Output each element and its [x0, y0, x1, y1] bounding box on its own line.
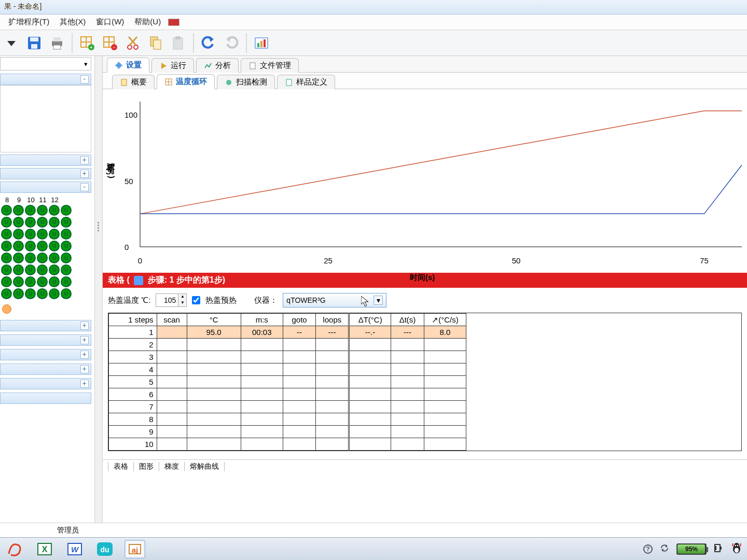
- well-cell[interactable]: U: [25, 241, 36, 251]
- expand-icon[interactable]: +: [80, 365, 89, 373]
- menu-help[interactable]: 帮助(U): [129, 17, 166, 27]
- btab-graphic[interactable]: 图形: [134, 462, 159, 471]
- well-cell[interactable]: U: [1, 253, 12, 263]
- well-cell[interactable]: U: [61, 241, 72, 251]
- table-row[interactable]: 10: [109, 438, 466, 451]
- project-dropdown[interactable]: ▾: [0, 57, 91, 71]
- tray-power-icon[interactable]: [714, 543, 723, 554]
- taskbar-app-du[interactable]: du: [94, 540, 115, 558]
- redo-button[interactable]: [222, 34, 241, 52]
- panel-c[interactable]: +: [0, 349, 91, 360]
- expand-icon[interactable]: +: [80, 170, 89, 178]
- taskbar-app-excel[interactable]: X: [34, 540, 55, 558]
- well-cell[interactable]: U: [13, 288, 24, 299]
- panel-3[interactable]: +: [0, 168, 91, 179]
- tray-penguin-icon[interactable]: [730, 542, 743, 556]
- subtab-scan-detect[interactable]: 扫描检测: [217, 75, 275, 89]
- tray-sync-icon[interactable]: [660, 543, 669, 554]
- well-cell[interactable]: U: [49, 229, 60, 240]
- well-cell[interactable]: U: [61, 229, 72, 240]
- well-cell[interactable]: U: [49, 276, 60, 287]
- collapse-icon[interactable]: -: [80, 183, 89, 191]
- instrument-combo[interactable]: qTOWER³G ▾: [283, 293, 386, 307]
- chart-button[interactable]: [252, 34, 271, 52]
- well-cell[interactable]: U: [37, 253, 48, 263]
- well-cell[interactable]: U: [49, 241, 60, 251]
- well-cell[interactable]: U: [13, 264, 24, 275]
- well-cell[interactable]: U: [37, 264, 48, 275]
- taskbar-app-current[interactable]: aj: [125, 540, 145, 558]
- well-cell[interactable]: U: [37, 276, 48, 287]
- well-cell[interactable]: U: [1, 217, 12, 228]
- tab-analyze[interactable]: 分析: [196, 58, 239, 73]
- well-cell[interactable]: U: [49, 253, 60, 263]
- panel-d[interactable]: +: [0, 363, 91, 375]
- well-cell[interactable]: U: [49, 288, 60, 299]
- expand-icon[interactable]: +: [80, 351, 89, 359]
- well-cell[interactable]: U: [61, 276, 72, 287]
- tray-battery[interactable]: 95%: [676, 543, 707, 555]
- well-cell[interactable]: U: [61, 217, 72, 228]
- cut-button[interactable]: [123, 34, 142, 52]
- btab-gradient[interactable]: 梯度: [159, 462, 185, 471]
- btab-melt[interactable]: 熔解曲线: [185, 462, 225, 471]
- well-cell[interactable]: U: [37, 217, 48, 228]
- table-row[interactable]: 8: [109, 413, 466, 426]
- table-row[interactable]: 9: [109, 426, 466, 438]
- table-row[interactable]: 5: [109, 376, 466, 388]
- tab-filemgr[interactable]: 文件管理: [241, 58, 299, 73]
- print-button[interactable]: [48, 34, 66, 52]
- expand-icon[interactable]: +: [80, 156, 89, 164]
- well-cell[interactable]: U: [25, 276, 36, 287]
- lid-temp-spinner[interactable]: ▲▼: [156, 293, 187, 307]
- lid-temp-input[interactable]: [156, 296, 178, 304]
- well-cell[interactable]: U: [37, 288, 48, 299]
- well-cell[interactable]: U: [25, 217, 36, 228]
- panel-a[interactable]: +: [0, 320, 91, 331]
- expand-icon[interactable]: +: [80, 380, 89, 388]
- tray-help-icon[interactable]: ?: [643, 544, 653, 554]
- well-cell[interactable]: U: [49, 217, 60, 228]
- table-row[interactable]: 195.000:03-------.----8.0: [109, 326, 466, 339]
- undo-button[interactable]: [199, 34, 218, 52]
- well-cell[interactable]: U: [1, 264, 12, 275]
- well-cell[interactable]: U: [1, 205, 12, 216]
- taskbar-app-word[interactable]: W: [64, 540, 85, 558]
- panel-2[interactable]: +: [0, 155, 91, 166]
- well-cell[interactable]: U: [61, 205, 72, 216]
- well-cell[interactable]: U: [61, 253, 72, 263]
- well-cell[interactable]: U: [61, 288, 72, 299]
- well-cell[interactable]: U: [25, 253, 36, 263]
- grid-remove-button[interactable]: -: [101, 34, 119, 52]
- subtab-temp-cycle[interactable]: 温度循环: [157, 74, 215, 89]
- btab-table[interactable]: 表格: [108, 462, 134, 471]
- panel-e[interactable]: +: [0, 378, 91, 389]
- table-row[interactable]: 4: [109, 363, 466, 376]
- panel-wells[interactable]: -: [0, 181, 91, 193]
- well-cell[interactable]: U: [1, 241, 12, 251]
- well-cell[interactable]: U: [13, 229, 24, 240]
- well-cell[interactable]: U: [61, 264, 72, 275]
- dropdown-button[interactable]: [2, 34, 21, 52]
- well-cell[interactable]: U: [13, 205, 24, 216]
- tab-run[interactable]: 运行: [151, 58, 194, 73]
- well-cell[interactable]: U: [1, 288, 12, 299]
- splitter-gutter[interactable]: [95, 56, 103, 523]
- well-cell[interactable]: U: [1, 229, 12, 240]
- subtab-sample-def[interactable]: 样品定义: [277, 75, 335, 89]
- preheat-checkbox[interactable]: [192, 296, 200, 304]
- steps-table[interactable]: 1 steps scan °C m:s goto loops ΔT(°C) Δt…: [108, 313, 466, 451]
- expand-icon[interactable]: +: [80, 321, 89, 330]
- subtab-overview[interactable]: 概要: [112, 75, 155, 89]
- menu-amplify[interactable]: 扩增程序(T): [3, 17, 54, 27]
- well-cell[interactable]: U: [37, 229, 48, 240]
- well-cell[interactable]: U: [37, 241, 48, 251]
- collapse-icon[interactable]: -: [80, 75, 89, 83]
- well-cell[interactable]: U: [13, 241, 24, 251]
- well-cell[interactable]: U: [13, 253, 24, 263]
- table-row[interactable]: 6: [109, 388, 466, 401]
- well-cell[interactable]: U: [25, 229, 36, 240]
- expand-icon[interactable]: +: [80, 336, 89, 344]
- copy-button[interactable]: [146, 34, 165, 52]
- well-cell[interactable]: U: [25, 288, 36, 299]
